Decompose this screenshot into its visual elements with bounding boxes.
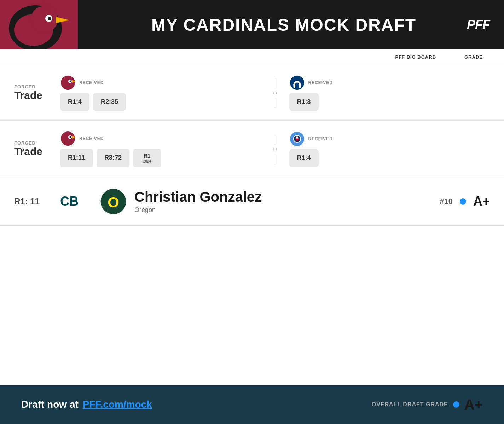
pff-logo: PFF: [467, 17, 490, 32]
trade2-titans-received-label: RECEIVED: [308, 136, 333, 141]
trade2-arrow: ↔: [271, 145, 279, 154]
svg-text:O: O: [108, 194, 119, 211]
footer-left: Draft now at PFF.com/mock: [21, 399, 152, 410]
pick-position: CB: [60, 194, 92, 209]
trade1-arrow: ↔: [271, 88, 279, 98]
trade2-cardinals-logo: [60, 131, 76, 146]
trade2-cardinals-received-row: RECEIVED: [60, 131, 261, 146]
trade1-colts-pick-1: R1:3: [289, 93, 319, 111]
trade2-divider-top: [275, 134, 275, 145]
svg-point-7: [48, 17, 51, 20]
trade1-colts-side: RECEIVED R1:3: [289, 75, 490, 111]
draft-pick-row: R1: 11 CB O Christian Gonzalez Oregon #1…: [0, 177, 504, 226]
trade1-cardinals-picks: R1:4 R2:35: [60, 93, 261, 111]
main-content: PFF BIG BOARD GRADE FORCED Trade RECEIVE…: [0, 49, 504, 385]
footer-right: OVERALL DRAFT GRADE A+: [372, 397, 483, 413]
cardinals-logo-svg: [4, 0, 74, 49]
trade1-divider: ↔: [261, 78, 289, 108]
svg-point-22: [70, 136, 71, 138]
trade2-cardinals-pick-future: R1 2024: [133, 149, 161, 167]
trade2-cardinals-pick-2: R3:72: [97, 149, 129, 167]
trade1-colts-logo: [289, 75, 305, 90]
empty-content-area: [0, 226, 504, 385]
trade2-titans-logo: [289, 131, 305, 147]
footer-grade-dot: [453, 401, 459, 408]
trade1-cardinals-pick-2: R2:35: [93, 93, 126, 111]
trade2-cardinals-received-label: RECEIVED: [79, 136, 104, 141]
svg-point-13: [70, 81, 71, 82]
trade1-cardinals-side: RECEIVED R1:4 R2:35: [60, 75, 261, 111]
big-board-header: PFF BIG BOARD: [395, 54, 436, 60]
trade1-divider-top: [275, 78, 275, 88]
pff-mock-link[interactable]: PFF.com/mock: [83, 399, 152, 410]
trade2-titans-pick-1: R1:4: [289, 149, 319, 167]
trade-row-1: FORCED Trade RECEIVED R1:4 R2:35: [0, 65, 504, 121]
trade2-future-pick-year: 2024: [139, 159, 156, 164]
trade1-divider-bottom: [275, 98, 275, 108]
player-school: Oregon: [134, 206, 440, 214]
trade1-cardinals-received-row: RECEIVED: [60, 75, 261, 90]
draft-now-text: Draft now at: [21, 399, 79, 410]
overall-grade-label: OVERALL DRAFT GRADE: [372, 401, 448, 408]
player-name: Christian Gonzalez: [134, 189, 440, 205]
pick-grade-area: #10 A+: [440, 194, 490, 209]
trade2-divider: ↔: [261, 134, 289, 164]
trade2-titans-picks: R1:4: [289, 149, 490, 167]
trade1-colts-picks: R1:3: [289, 93, 490, 111]
grade-value: A+: [473, 194, 490, 209]
trade2-cardinals-picks: R1:11 R3:72 R1 2024: [60, 149, 261, 167]
column-headers-row: PFF BIG BOARD GRADE: [0, 49, 504, 65]
cardinals-team-logo: [0, 0, 78, 49]
trade1-colts-received-label: RECEIVED: [308, 80, 333, 85]
big-board-rank: #10: [440, 197, 453, 206]
trade1-cardinals-received-label: RECEIVED: [79, 80, 104, 85]
trade2-trade-text: Trade: [14, 146, 60, 158]
trade2-divider-bottom: [275, 154, 275, 164]
page-footer: Draft now at PFF.com/mock OVERALL DRAFT …: [0, 385, 504, 424]
trade2-forced-text: FORCED: [14, 140, 60, 146]
trade2-titans-received-row: RECEIVED: [289, 131, 490, 147]
overall-grade-value: A+: [464, 397, 483, 413]
trade1-label: FORCED Trade: [14, 84, 60, 101]
trade2-cardinals-pick-1: R1:11: [60, 149, 93, 167]
trade1-colts-received-row: RECEIVED: [289, 75, 490, 90]
grade-dot: [460, 198, 466, 205]
trade1-cardinals-pick-1: R1:4: [60, 93, 89, 111]
pick-number: R1: 11: [14, 196, 60, 206]
oregon-logo: O: [99, 187, 127, 216]
trade1-forced-text: FORCED: [14, 84, 60, 89]
trade2-future-pick-label: R1: [144, 153, 150, 159]
trade2-titans-side: RECEIVED R1:4: [289, 131, 490, 167]
trade2-cardinals-side: RECEIVED R1:11 R3:72 R1 2024: [60, 131, 261, 167]
svg-point-16: [290, 76, 304, 90]
trade1-cardinals-logo: [60, 75, 76, 90]
cardinals-logo-area: [0, 0, 78, 49]
trade1-trade-text: Trade: [14, 89, 60, 101]
page-header: MY CARDINALS MOCK DRAFT PFF: [0, 0, 504, 49]
grade-header: GRADE: [464, 54, 483, 60]
player-info: Christian Gonzalez Oregon: [134, 189, 440, 214]
oregon-logo-svg: O: [100, 188, 127, 215]
page-title: MY CARDINALS MOCK DRAFT: [78, 15, 490, 35]
trade-row-2: FORCED Trade RECEIVED R1:11 R3:72: [0, 121, 504, 177]
trade2-label: FORCED Trade: [14, 140, 60, 158]
